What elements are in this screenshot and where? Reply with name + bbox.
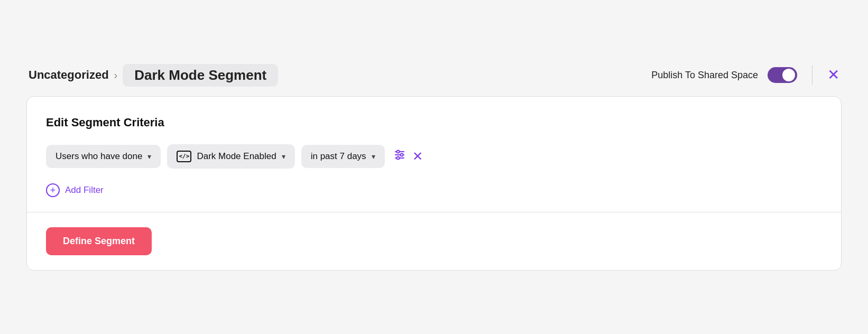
svg-point-3 xyxy=(396,150,399,153)
vertical-divider xyxy=(812,66,812,85)
filter-row: Users who have done ▾ </> Dark Mode Enab… xyxy=(46,144,822,169)
svg-point-4 xyxy=(400,153,403,156)
chevron-down-icon: ▾ xyxy=(372,152,375,161)
breadcrumb: Uncategorized › Dark Mode Segment xyxy=(29,64,278,87)
users-dropdown[interactable]: Users who have done ▾ xyxy=(46,145,161,168)
chevron-down-icon: ▾ xyxy=(282,152,285,161)
card-top: Edit Segment Criteria Users who have don… xyxy=(27,97,841,212)
breadcrumb-arrow: › xyxy=(114,69,118,81)
publish-toggle[interactable] xyxy=(768,67,797,83)
main-card: Edit Segment Criteria Users who have don… xyxy=(26,96,842,271)
add-filter-label: Add Filter xyxy=(65,185,104,196)
breadcrumb-parent: Uncategorized xyxy=(29,68,109,82)
svg-point-5 xyxy=(396,156,399,159)
time-dropdown-label: in past 7 days xyxy=(311,151,366,162)
publish-label: Publish To Shared Space xyxy=(651,70,758,81)
event-dropdown[interactable]: </> Dark Mode Enabled ▾ xyxy=(167,144,294,169)
add-filter-icon: + xyxy=(46,183,60,197)
chevron-down-icon: ▾ xyxy=(147,152,151,161)
section-title: Edit Segment Criteria xyxy=(46,116,822,129)
filter-actions: ✕ xyxy=(393,149,423,164)
users-dropdown-label: Users who have done xyxy=(56,151,142,162)
header-right: Publish To Shared Space ✕ xyxy=(651,66,839,85)
time-dropdown[interactable]: in past 7 days ▾ xyxy=(301,145,385,168)
code-icon: </> xyxy=(177,151,191,162)
define-segment-button[interactable]: Define Segment xyxy=(46,227,152,255)
event-dropdown-label: Dark Mode Enabled xyxy=(197,151,276,162)
breadcrumb-current: Dark Mode Segment xyxy=(123,64,278,87)
filter-settings-button[interactable] xyxy=(393,149,406,164)
close-button[interactable]: ✕ xyxy=(827,68,839,82)
header-row: Uncategorized › Dark Mode Segment Publis… xyxy=(26,64,842,87)
toggle-thumb xyxy=(782,69,795,81)
card-bottom: Define Segment xyxy=(27,212,841,270)
add-filter-button[interactable]: + Add Filter xyxy=(46,183,104,197)
filter-remove-button[interactable]: ✕ xyxy=(412,150,423,163)
